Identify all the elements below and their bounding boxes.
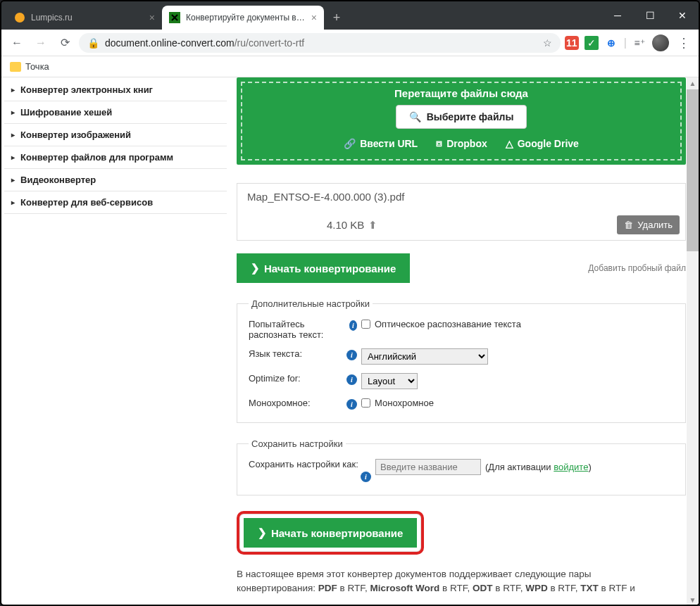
tab-strip: Lumpics.ru × Конвертируйте документы в ф… [7, 6, 346, 30]
sidebar-item-webservice[interactable]: ▸Конвертер для веб-сервисов [4, 191, 227, 214]
lumpics-favicon-icon [14, 12, 25, 23]
highlight-annotation: ❯ Начать конвертирование [237, 511, 424, 555]
forward-button[interactable]: → [31, 33, 51, 53]
mono-checkbox[interactable] [361, 398, 370, 408]
scroll-down-icon[interactable]: ▼ [687, 594, 699, 606]
file-name: Map_ENTSO-E-4.000.000 (3).pdf [237, 184, 685, 210]
uploaded-file-box: Map_ENTSO-E-4.000.000 (3).pdf 4.10 KB ⬆ … [237, 183, 686, 241]
file-dropzone[interactable]: Перетащите файлы сюда 🔍 Выберите файлы 🔗… [237, 77, 686, 165]
supported-formats-text: В настоящее время этот конвертер докумен… [237, 567, 686, 596]
button-label: Начать конвертирование [271, 527, 403, 539]
save-settings-fieldset: Сохранить настройки Сохранить настройки … [237, 438, 686, 495]
lock-icon: 🔒 [87, 37, 99, 49]
file-size: 4.10 KB [327, 219, 364, 231]
caret-right-icon: ▸ [11, 176, 15, 184]
caret-right-icon: ▸ [11, 153, 15, 161]
tab-title: Конвертируйте документы в фо [186, 13, 306, 23]
bookmark-star-icon[interactable]: ☆ [543, 37, 552, 49]
browser-menu-icon[interactable]: ⋮ [675, 35, 693, 51]
preset-name-input[interactable] [375, 459, 481, 475]
button-label: Удалить [637, 220, 673, 230]
sidebar-item-video[interactable]: ▸Видеоконвертер [4, 169, 227, 191]
button-label: Начать конвертирование [264, 263, 396, 274]
maximize-button[interactable]: ☐ [634, 1, 666, 30]
info-icon[interactable]: i [361, 472, 371, 482]
info-icon[interactable]: i [346, 399, 357, 410]
extension-globe-icon[interactable]: ⊕ [604, 36, 618, 50]
fieldset-legend: Дополнительные настройки [249, 298, 373, 309]
profile-avatar[interactable] [652, 34, 669, 51]
enter-url-link[interactable]: 🔗Ввести URL [344, 137, 418, 149]
reload-button[interactable]: ⟳ [55, 33, 75, 53]
sidebar-item-label: Конвертер для веб-сервисов [20, 197, 153, 208]
select-files-button[interactable]: 🔍 Выберите файлы [396, 105, 527, 129]
reading-list-icon[interactable]: ≡⁺ [632, 36, 646, 50]
search-icon: 🔍 [409, 111, 421, 122]
fieldset-legend: Сохранить настройки [249, 438, 346, 449]
scroll-up-icon[interactable]: ▲ [687, 77, 699, 89]
sidebar-item-label: Конвертер электронных книг [20, 84, 153, 95]
ocr-checkbox[interactable] [361, 320, 370, 329]
login-link[interactable]: войдите [554, 462, 588, 472]
link-icon: 🔗 [344, 138, 356, 149]
vertical-scrollbar[interactable]: ▲ ▼ [687, 77, 699, 606]
converter-favicon-icon [169, 12, 180, 23]
back-button[interactable]: ← [7, 33, 27, 53]
mono-label: Монохромное: [249, 398, 311, 408]
sidebar-item-label: Видеоконвертер [20, 175, 96, 185]
folder-icon [10, 62, 21, 72]
extensions: 11 ✓ ⊕ | ≡⁺ ⋮ [565, 34, 693, 51]
url-path: /ru/convert-to-rtf [235, 37, 305, 49]
gdrive-link[interactable]: △Google Drive [506, 137, 579, 149]
sidebar-item-ebook[interactable]: ▸Конвертер электронных книг [4, 79, 227, 101]
start-convert-button-top[interactable]: ❯ Начать конвертирование [237, 253, 410, 283]
tab-lumpics[interactable]: Lumpics.ru × [7, 6, 162, 30]
bookmark-item[interactable]: Точка [25, 61, 49, 72]
info-icon[interactable]: i [349, 320, 357, 331]
optimize-select[interactable]: Layout [361, 373, 418, 389]
optimize-label: Optimize for: [249, 373, 301, 384]
checkbox-label: Монохромное [375, 398, 434, 408]
info-icon[interactable]: i [346, 350, 357, 360]
sidebar-item-label: Конвертер изображений [20, 130, 131, 140]
sidebar-item-label: Шифрование хешей [20, 107, 112, 118]
minimize-button[interactable]: ─ [601, 1, 634, 30]
chevron-right-icon: ❯ [258, 526, 267, 539]
address-bar: ← → ⟳ 🔒 document.online-convert.com/ru/c… [1, 30, 699, 56]
start-convert-button-bottom[interactable]: ❯ Начать конвертирование [244, 518, 417, 548]
sidebar-item-software[interactable]: ▸Конвертер файлов для программ [4, 146, 227, 169]
url-field[interactable]: 🔒 document.online-convert.com/ru/convert… [79, 33, 561, 53]
main-panel: Перетащите файлы сюда 🔍 Выберите файлы 🔗… [227, 77, 699, 606]
dropbox-link[interactable]: ⧈Dropbox [436, 137, 487, 149]
tab-close-icon[interactable]: × [311, 12, 317, 23]
tab-close-icon[interactable]: × [149, 12, 155, 23]
sidebar-item-image[interactable]: ▸Конвертер изображений [4, 124, 227, 146]
button-label: Выберите файлы [427, 111, 514, 122]
ocr-label: Попытайтесь распознать текст: [249, 319, 349, 340]
caret-right-icon: ▸ [11, 131, 15, 139]
extension-check-icon[interactable]: ✓ [585, 36, 599, 50]
new-tab-button[interactable]: + [327, 8, 346, 27]
svg-point-0 [15, 13, 25, 23]
url-domain: document.online-convert.com [105, 37, 235, 49]
advanced-settings-fieldset: Дополнительные настройки Попытайтесь рас… [237, 298, 686, 423]
tab-converter[interactable]: Конвертируйте документы в фо × [162, 6, 324, 30]
caret-right-icon: ▸ [11, 108, 15, 116]
login-help-text: (Для активации войдите) [485, 462, 592, 472]
extension-badge-icon[interactable]: 11 [565, 36, 579, 50]
sidebar-item-hash[interactable]: ▸Шифрование хешей [4, 101, 227, 124]
language-select[interactable]: Английский [361, 348, 488, 365]
sidebar: ▸Конвертер электронных книг ▸Шифрование … [1, 77, 227, 606]
close-window-button[interactable]: ✕ [666, 1, 699, 30]
language-label: Язык текста: [249, 348, 302, 359]
scroll-thumb[interactable] [687, 89, 699, 251]
window-controls: ─ ☐ ✕ [601, 1, 699, 30]
info-icon[interactable]: i [346, 374, 357, 385]
cloud-links: 🔗Ввести URL ⧈Dropbox △Google Drive [249, 137, 673, 149]
dropzone-title: Перетащите файлы сюда [249, 87, 673, 99]
dropbox-icon: ⧈ [436, 137, 442, 149]
delete-file-button[interactable]: 🗑 Удалить [617, 215, 680, 234]
gdrive-icon: △ [506, 138, 513, 149]
chevron-right-icon: ❯ [251, 262, 260, 274]
add-test-file-link[interactable]: Добавить пробный файл [588, 263, 686, 273]
